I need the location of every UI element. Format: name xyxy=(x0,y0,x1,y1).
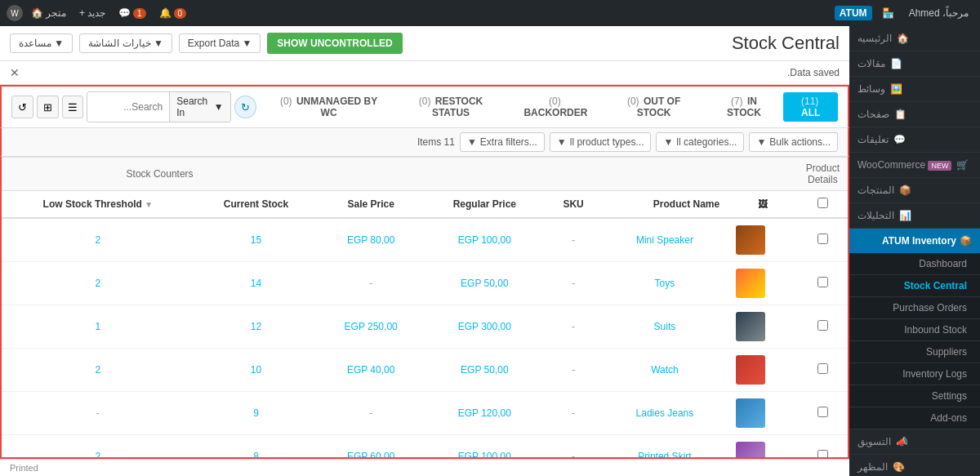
show-uncontrolled-button[interactable]: SHOW UNCONTROLLED xyxy=(267,33,402,54)
sidebar-item-home[interactable]: 🏠 الرئيسيه xyxy=(849,26,980,51)
sale-price-cell: - xyxy=(318,392,424,435)
current-stock-cell[interactable]: 12 xyxy=(194,305,318,349)
search-in-button[interactable]: Search In ▼ xyxy=(169,92,230,122)
thumbnail-cell xyxy=(728,305,797,349)
row-checkbox[interactable] xyxy=(817,234,828,244)
table-row: 2 10 EGP 40,00 EGP 50,00 - Watch xyxy=(2,349,848,392)
row-checkbox-cell[interactable] xyxy=(798,262,848,305)
sidebar-sub-inventory-logs[interactable]: Inventory Logs xyxy=(849,363,980,385)
row-checkbox-cell[interactable] xyxy=(798,218,848,262)
sale-price-cell: - xyxy=(318,262,424,305)
product-name-cell[interactable]: Toys xyxy=(602,262,728,305)
close-notification-button[interactable]: ✕ xyxy=(10,66,20,79)
col-product-name: Product Name xyxy=(602,191,728,219)
sidebar-sub-dashboard[interactable]: Dashboard xyxy=(849,253,980,275)
sidebar-item-products[interactable]: 📦 المنتجات xyxy=(849,178,980,203)
comments-link[interactable]: 💬 1 xyxy=(114,7,151,19)
store-link[interactable]: 🏪 xyxy=(877,7,899,19)
row-checkbox-cell[interactable] xyxy=(798,349,848,392)
bulk-actions-dropdown[interactable]: ▼ Bulk actions... xyxy=(749,132,838,152)
sidebar-sub-settings[interactable]: Settings xyxy=(849,385,980,407)
col-regular-price: Regular Price xyxy=(424,191,545,219)
categories-dropdown[interactable]: ▼ ll categories... xyxy=(656,132,744,152)
atum-inventory-header: ATUM Inventory 📦 xyxy=(849,229,980,253)
site-link[interactable]: 🏠 متجر xyxy=(26,7,71,19)
current-stock-cell[interactable]: 8 xyxy=(194,435,318,460)
sidebar-item-comments[interactable]: 💬 تعليقات xyxy=(849,127,980,153)
row-checkbox[interactable] xyxy=(817,407,828,417)
sidebar-sub-stock-central[interactable]: Stock Central xyxy=(849,275,980,297)
current-stock-cell[interactable]: 15 xyxy=(194,218,318,262)
sidebar-sub-suppliers[interactable]: Suppliers xyxy=(849,341,980,363)
out-of-stock-filter-button[interactable]: (0) OUT OF STOCK xyxy=(604,92,705,122)
col-low-stock: Low Stock Threshold ▼ xyxy=(2,191,194,219)
status-filters: (0) UNMANAGED BY WC (0) RESTOCK STATUS (… xyxy=(266,92,838,122)
regular-price-cell: EGP 100,00 xyxy=(424,435,545,460)
grid-view-button[interactable]: ⊞ xyxy=(37,96,59,118)
product-name-cell[interactable]: Printed Skirt xyxy=(602,435,728,460)
restock-filter-button[interactable]: (0) RESTOCK STATUS xyxy=(394,92,509,122)
row-checkbox-cell[interactable] xyxy=(798,392,848,435)
extra-filters-dropdown[interactable]: ▼ Extra filters... xyxy=(460,132,545,152)
reset-filter-button[interactable]: ↺ xyxy=(11,96,33,118)
sidebar-item-woocommerce[interactable]: 🛒 WooCommerce NEW xyxy=(849,153,980,178)
sidebar-item-posts[interactable]: 📄 مقالات xyxy=(849,51,980,77)
row-checkbox[interactable] xyxy=(817,277,828,287)
low-stock-cell[interactable]: 2 xyxy=(2,218,194,262)
regular-price-cell: EGP 50,00 xyxy=(424,349,545,392)
product-name-cell[interactable]: Mini Speaker xyxy=(602,218,728,262)
sidebar-sub-add-ons[interactable]: Add-ons xyxy=(849,407,980,429)
low-stock-cell[interactable]: 2 xyxy=(2,262,194,305)
notifications-link[interactable]: 🔔 0 xyxy=(154,7,192,19)
screen-options-button[interactable]: خيارات الشاشة ▼ xyxy=(79,33,172,53)
woo-new-badge: NEW xyxy=(928,161,951,171)
sidebar-item-media[interactable]: 🖼️ وسائط xyxy=(849,77,980,102)
thumbnail-cell xyxy=(728,392,797,435)
row-checkbox[interactable] xyxy=(817,363,828,374)
sidebar-sub-purchase-orders[interactable]: Purchase Orders xyxy=(849,297,980,319)
product-name-cell[interactable]: Ladies Jeans xyxy=(602,392,728,435)
table-row: 2 14 - EGP 50,00 - Toys xyxy=(2,262,848,305)
sidebar-item-appearance[interactable]: 🎨 المظهر xyxy=(849,455,980,476)
list-view-button[interactable]: ☰ xyxy=(62,96,84,118)
all-filter-button[interactable]: (11) ALL xyxy=(783,92,838,122)
table-row: 1 12 EGP 250,00 EGP 300,00 - Suits xyxy=(2,305,848,349)
export-data-button[interactable]: Export Data ▼ xyxy=(179,33,261,53)
row-checkbox[interactable] xyxy=(817,450,828,459)
current-stock-cell[interactable]: 14 xyxy=(194,262,318,305)
data-saved-bar: ✕ Data saved. xyxy=(0,61,849,85)
search-input[interactable] xyxy=(87,98,169,116)
admin-bar-right: ATUM 🏪 مرحباً، Ahmed xyxy=(835,6,973,20)
col-current-stock: Current Stock xyxy=(194,191,318,219)
user-greeting: مرحباً، Ahmed xyxy=(904,7,973,19)
help-button[interactable]: مساعدة ▼ xyxy=(10,33,73,53)
row-checkbox[interactable] xyxy=(817,320,828,331)
refresh-button[interactable]: ↻ xyxy=(234,96,256,118)
sidebar-item-marketing[interactable]: 📣 التسويق xyxy=(849,429,980,455)
in-stock-filter-button[interactable]: (7) IN STOCK xyxy=(706,92,782,122)
col-header-row: Low Stock Threshold ▼ Current Stock Sale… xyxy=(2,191,848,219)
thumbnail-cell xyxy=(728,435,797,460)
section-details-header: Product Details xyxy=(798,158,848,191)
footer-bar: Printed xyxy=(0,459,849,476)
current-stock-cell[interactable]: 10 xyxy=(194,349,318,392)
col-checkbox-all[interactable] xyxy=(798,191,848,219)
row-checkbox-cell[interactable] xyxy=(798,435,848,460)
sidebar-item-pages[interactable]: 📋 صفحات xyxy=(849,102,980,127)
product-name-cell[interactable]: Suits xyxy=(602,305,728,349)
new-item-link[interactable]: + جديد xyxy=(74,7,110,19)
admin-bar: W 🏠 متجر + جديد 💬 1 🔔 0 ATUM 🏪 مرحباً، A… xyxy=(0,0,980,26)
row-checkbox-cell[interactable] xyxy=(798,305,848,349)
current-stock-cell[interactable]: 9 xyxy=(194,392,318,435)
product-types-dropdown[interactable]: ▼ ll product types... xyxy=(550,132,652,152)
select-all-checkbox[interactable] xyxy=(817,198,828,208)
product-name-cell[interactable]: Watch xyxy=(602,349,728,392)
sidebar-sub-inbound-stock[interactable]: Inbound Stock xyxy=(849,319,980,341)
sidebar-item-analytics[interactable]: 📊 التحليلات xyxy=(849,203,980,229)
backorder-filter-button[interactable]: (0) BACKORDER xyxy=(510,92,601,122)
low-stock-cell[interactable]: 2 xyxy=(2,435,194,460)
low-stock-cell[interactable]: 2 xyxy=(2,349,194,392)
items-count: Items 11 xyxy=(417,136,455,148)
unmanaged-filter-button[interactable]: (0) UNMANAGED BY WC xyxy=(266,92,392,122)
low-stock-cell[interactable]: 1 xyxy=(2,305,194,349)
